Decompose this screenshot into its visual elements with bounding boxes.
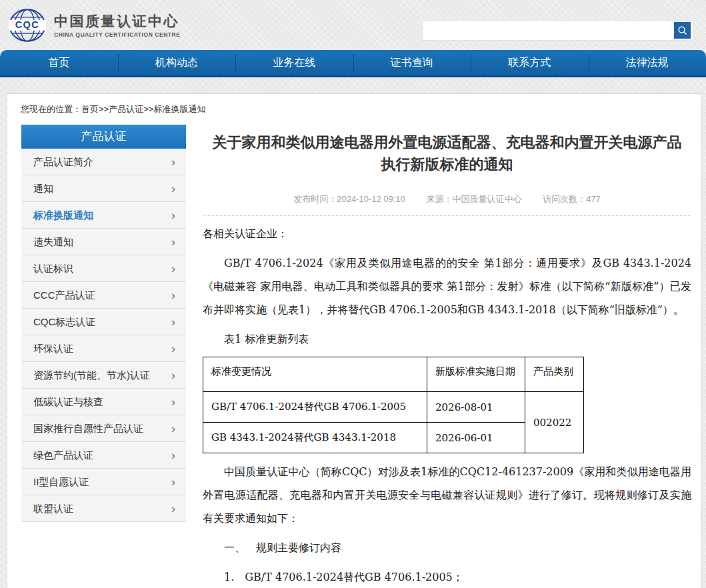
table-cell-date: 2026-06-01 bbox=[427, 423, 525, 453]
chevron-right-icon: › bbox=[171, 229, 175, 255]
breadcrumb-link-home[interactable]: 首页 bbox=[81, 104, 99, 114]
views-label: 访问次数： bbox=[543, 194, 586, 204]
search-button[interactable] bbox=[674, 22, 691, 39]
sidebar-item-green-product-cert[interactable]: 绿色产品认证 › bbox=[21, 442, 186, 469]
content-panel: 您现在的位置：首页>>产品认证>>标准换版通知 产品认证 产品认证简介 › 通知… bbox=[7, 93, 701, 588]
chevron-right-icon: › bbox=[171, 442, 175, 469]
logo-title-cn: 中国质量认证中心 bbox=[54, 13, 180, 29]
chevron-right-icon: › bbox=[171, 362, 175, 389]
article-title: 关于家用和类似用途电器用外置电源适配器、充电器和内置开关电源产品执行新版标准的通… bbox=[207, 131, 688, 175]
chevron-right-icon: › bbox=[171, 495, 175, 522]
sidebar-item-resource-saving-cert[interactable]: 资源节约(节能、节水)认证 › bbox=[21, 362, 186, 389]
table-header-category: 产品类别 bbox=[525, 357, 584, 392]
logo-title-en: CHINA QUALITY CERTIFICATION CENTRE bbox=[54, 31, 180, 38]
views-value: 477 bbox=[586, 194, 601, 204]
search-box bbox=[422, 20, 693, 41]
chevron-right-icon: › bbox=[171, 415, 175, 442]
breadcrumb-label: 您现在的位置： bbox=[21, 104, 81, 114]
article-paragraph: 中国质量认证中心（简称CQC）对涉及表1标准的CQC12-461237-2009… bbox=[203, 460, 691, 530]
sidebar-item-type2-voluntary-cert[interactable]: II型自愿认证 › bbox=[21, 469, 186, 495]
sidebar: 产品认证 产品认证简介 › 通知 › 标准换版通知 › 遗失通知 › 认证标识 … bbox=[21, 125, 186, 522]
chevron-right-icon: › bbox=[171, 175, 175, 202]
article-section-heading: 一、 规则主要修订内容 bbox=[203, 536, 691, 559]
table-caption: 表1 标准更新列表 bbox=[203, 327, 691, 351]
sidebar-item-product-cert-intro[interactable]: 产品认证简介 › bbox=[21, 149, 186, 175]
nav-item-home[interactable]: 首页 bbox=[0, 50, 118, 75]
layout: 产品认证 产品认证简介 › 通知 › 标准换版通知 › 遗失通知 › 认证标识 … bbox=[7, 115, 701, 588]
site-header: CQC 中国质量认证中心 CHINA QUALITY CERTIFICATION… bbox=[0, 0, 706, 50]
breadcrumb-separator: >> bbox=[99, 104, 109, 114]
sidebar-item-certification-mark[interactable]: 认证标识 › bbox=[21, 255, 186, 282]
search-icon bbox=[677, 25, 688, 36]
sidebar-item-cqc-mark-cert[interactable]: CQC标志认证 › bbox=[21, 309, 186, 335]
logo[interactable]: CQC 中国质量认证中心 CHINA QUALITY CERTIFICATION… bbox=[8, 6, 180, 45]
chevron-right-icon: › bbox=[171, 149, 175, 175]
breadcrumb: 您现在的位置：首页>>产品认证>>标准换版通知 bbox=[7, 94, 701, 115]
chevron-right-icon: › bbox=[171, 202, 175, 229]
article-paragraph: GB/T 4706.1-2024《家用及类似用途电器的的安全 第1部分：通用要求… bbox=[203, 251, 691, 321]
sidebar-item-national-voluntary-cert[interactable]: 国家推行自愿性产品认证 › bbox=[21, 415, 186, 442]
logo-acronym: CQC bbox=[15, 19, 40, 30]
chevron-right-icon: › bbox=[171, 389, 175, 415]
article-list-item: 1. GB/T 4706.1-2024替代GB 4706.1-2005； bbox=[203, 565, 691, 588]
nav-item-certificate-query[interactable]: 证书查询 bbox=[353, 50, 471, 75]
article: 关于家用和类似用途电器用外置电源适配器、充电器和内置开关电源产品执行新版标准的通… bbox=[203, 125, 693, 588]
table-cell-change: GB 4343.1-2024替代GB 4343.1-2018 bbox=[203, 423, 427, 453]
sidebar-item-ccc-product-cert[interactable]: CCC产品认证 › bbox=[21, 282, 186, 309]
logo-text: 中国质量认证中心 CHINA QUALITY CERTIFICATION CEN… bbox=[54, 13, 180, 38]
nav-item-laws[interactable]: 法律法规 bbox=[589, 50, 706, 75]
nav-item-agency-news[interactable]: 机构动态 bbox=[118, 50, 236, 75]
table-header-date: 新版标准实施日期 bbox=[427, 357, 525, 392]
article-meta: 发布时间：2024-10-12 09:10 来源：中国质量认证中心 访问次数：4… bbox=[203, 193, 691, 205]
sidebar-item-alliance-cert[interactable]: 联盟认证 › bbox=[21, 495, 186, 522]
cqc-globe-icon: CQC bbox=[8, 6, 47, 45]
sidebar-item-notice[interactable]: 通知 › bbox=[21, 175, 186, 202]
table-cell-category: 002022 bbox=[525, 392, 584, 453]
source-label: 来源： bbox=[426, 194, 452, 204]
chevron-right-icon: › bbox=[171, 282, 175, 309]
sidebar-title: 产品认证 bbox=[21, 125, 186, 149]
table-header-row: 标准变更情况 新版标准实施日期 产品类别 bbox=[203, 357, 584, 392]
search-input[interactable] bbox=[423, 21, 693, 40]
chevron-right-icon: › bbox=[171, 335, 175, 362]
chevron-right-icon: › bbox=[171, 469, 175, 495]
table-header-change: 标准变更情况 bbox=[203, 357, 427, 392]
nav-item-online-business[interactable]: 业务在线 bbox=[235, 50, 353, 75]
sidebar-item-standard-change-notice[interactable]: 标准换版通知 › bbox=[21, 202, 186, 229]
table-row: GB/T 4706.1-2024替代GB 4706.1-2005 2026-08… bbox=[203, 392, 584, 423]
table-cell-date: 2026-08-01 bbox=[427, 392, 525, 423]
divider bbox=[203, 215, 691, 216]
chevron-right-icon: › bbox=[171, 309, 175, 335]
sidebar-item-environmental-cert[interactable]: 环保认证 › bbox=[21, 335, 186, 362]
sidebar-item-low-carbon-cert[interactable]: 低碳认证与核查 › bbox=[21, 389, 186, 415]
main-nav: 首页 机构动态 业务在线 证书查询 联系方式 法律法规 bbox=[0, 50, 706, 77]
table-cell-change: GB/T 4706.1-2024替代GB 4706.1-2005 bbox=[203, 392, 427, 423]
standards-table: 标准变更情况 新版标准实施日期 产品类别 GB/T 4706.1-2024替代G… bbox=[203, 357, 584, 453]
breadcrumb-link-product-certification[interactable]: 产品认证 bbox=[109, 104, 143, 114]
chevron-right-icon: › bbox=[171, 255, 175, 282]
breadcrumb-separator: >> bbox=[143, 104, 153, 114]
breadcrumb-link-standard-change-notice[interactable]: 标准换版通知 bbox=[153, 104, 205, 114]
article-paragraph: 各相关认证企业： bbox=[203, 222, 691, 245]
source-value: 中国质量认证中心 bbox=[452, 194, 521, 204]
publish-time-value: 2024-10-12 09:10 bbox=[337, 194, 405, 204]
nav-item-contact[interactable]: 联系方式 bbox=[471, 50, 589, 75]
sidebar-item-loss-notice[interactable]: 遗失通知 › bbox=[21, 229, 186, 255]
publish-time-label: 发布时间： bbox=[293, 194, 337, 204]
